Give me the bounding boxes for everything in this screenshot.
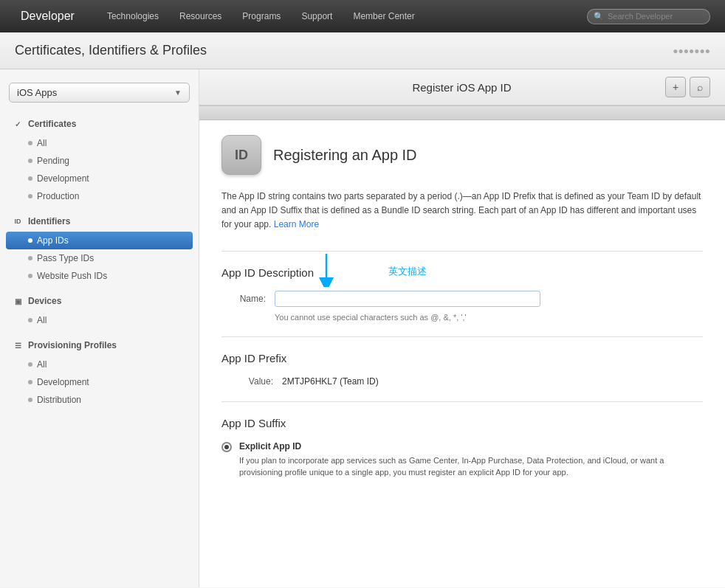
search-input[interactable] xyxy=(608,12,704,21)
item-label: Development xyxy=(37,377,89,387)
learn-more-link[interactable]: Learn More xyxy=(274,219,319,229)
sidebar-item-pass-type-ids[interactable]: Pass Type IDs xyxy=(0,249,199,267)
bullet-icon xyxy=(28,256,32,260)
bullet-icon xyxy=(28,318,32,322)
prefix-value: 2MTJP6HKL7 (Team ID) xyxy=(282,376,379,387)
divider-3 xyxy=(221,401,703,402)
explicit-radio-content: Explicit App ID If you plan to incorpora… xyxy=(239,441,703,479)
item-label: Production xyxy=(37,191,79,201)
site-name: Developer xyxy=(21,10,75,23)
sidebar-item-provisioning-all[interactable]: All xyxy=(0,356,199,373)
explicit-app-id-option: Explicit App ID If you plan to incorpora… xyxy=(221,441,703,479)
page-title: Certificates, Identifiers & Profiles xyxy=(15,43,207,58)
section-header-identifiers: ID Identifiers xyxy=(0,211,199,232)
item-label: Website Push IDs xyxy=(37,271,107,281)
explicit-radio-label: Explicit App ID xyxy=(239,441,703,452)
sidebar-item-provisioning-distribution[interactable]: Distribution xyxy=(0,391,199,409)
bullet-icon xyxy=(28,238,32,243)
item-label: All xyxy=(37,138,47,148)
add-button[interactable]: + xyxy=(665,77,686,97)
bullet-icon xyxy=(28,274,32,278)
name-input-container: 英文描述 xyxy=(275,291,540,307)
section-header-certificates: ✓ Certificates xyxy=(0,114,199,134)
nav-resources[interactable]: Resources xyxy=(169,0,232,32)
sidebar-section-provisioning: ☰ Provisioning Profiles All Development … xyxy=(0,335,199,409)
sidebar-item-provisioning-development[interactable]: Development xyxy=(0,373,199,391)
bullet-icon xyxy=(28,141,32,145)
content-area: Register iOS App ID + ⌕ ID Registering a… xyxy=(199,69,725,587)
user-badge: ●●●●●●● xyxy=(673,46,710,56)
content-header: Register iOS App ID + ⌕ xyxy=(199,69,725,106)
dropdown-label: iOS Apps xyxy=(17,87,57,98)
sidebar-item-devices-all[interactable]: All xyxy=(0,311,199,329)
name-label: Name: xyxy=(221,291,266,304)
main-content: ID Registering an App ID The App ID stri… xyxy=(199,120,725,587)
chevron-down-icon: ▼ xyxy=(174,89,182,97)
bullet-icon xyxy=(28,176,32,181)
nav-technologies[interactable]: Technologies xyxy=(97,0,169,32)
item-label: All xyxy=(37,359,47,370)
sidebar-section-certificates: ✓ Certificates All Pending Development P… xyxy=(0,114,199,205)
item-label: Pending xyxy=(37,156,69,166)
nav-programs[interactable]: Programs xyxy=(232,0,291,32)
annotation-arrow-icon xyxy=(319,250,363,287)
sidebar-item-certificates-development[interactable]: Development xyxy=(0,170,199,187)
sidebar-section-identifiers: ID Identifiers App IDs Pass Type IDs Web… xyxy=(0,211,199,285)
nav-links: Technologies Resources Programs Support … xyxy=(97,0,587,32)
section-header-devices: ▣ Devices xyxy=(0,291,199,311)
registering-header: ID Registering an App ID xyxy=(221,135,703,175)
nav-support[interactable]: Support xyxy=(291,0,343,32)
bullet-icon xyxy=(28,380,32,384)
header-actions: + ⌕ xyxy=(665,77,710,97)
registering-title: Registering an App ID xyxy=(273,147,417,164)
top-navigation: Developer Technologies Resources Program… xyxy=(0,0,725,32)
app-id-prefix-section: App ID Prefix Value: 2MTJP6HKL7 (Team ID… xyxy=(221,352,703,387)
main-container: iOS Apps ▼ ✓ Certificates All Pending De… xyxy=(0,69,725,587)
description-text: The App ID string contains two parts sep… xyxy=(221,190,703,232)
name-form-row: Name: 英文描述 xyxy=(221,291,703,307)
sidebar-item-app-ids[interactable]: App IDs xyxy=(6,232,193,249)
explicit-radio-row: Explicit App ID If you plan to incorpora… xyxy=(221,441,703,479)
item-label: Development xyxy=(37,173,89,184)
item-label: App IDs xyxy=(37,235,69,246)
certificates-icon: ✓ xyxy=(12,118,24,130)
explicit-radio-desc: If you plan to incorporate app services … xyxy=(239,454,703,479)
nav-member-center[interactable]: Member Center xyxy=(343,0,425,32)
section-title-prefix: App ID Prefix xyxy=(221,352,703,364)
sidebar: iOS Apps ▼ ✓ Certificates All Pending De… xyxy=(0,69,199,587)
section-title-suffix: App ID Suffix xyxy=(221,417,703,429)
section-label-certificates: Certificates xyxy=(28,119,76,129)
divider-1 xyxy=(221,251,703,252)
value-label: Value: xyxy=(236,376,273,387)
sidebar-item-certificates-all[interactable]: All xyxy=(0,134,199,152)
provisioning-icon: ☰ xyxy=(12,339,24,351)
site-logo[interactable]: Developer xyxy=(15,10,75,23)
divider-2 xyxy=(221,336,703,337)
item-label: Distribution xyxy=(37,395,81,405)
bullet-icon xyxy=(28,398,32,402)
bullet-icon xyxy=(28,194,32,198)
section-header-provisioning: ☰ Provisioning Profiles xyxy=(0,335,199,356)
page-header: Certificates, Identifiers & Profiles ●●●… xyxy=(0,32,725,69)
bullet-icon xyxy=(28,362,32,367)
explicit-radio-button[interactable] xyxy=(221,442,232,452)
search-box[interactable]: 🔍 xyxy=(587,9,710,24)
app-id-suffix-section: App ID Suffix Explicit App ID If you pla… xyxy=(221,417,703,479)
item-label: Pass Type IDs xyxy=(37,253,94,263)
sidebar-item-certificates-pending[interactable]: Pending xyxy=(0,152,199,170)
section-label-provisioning: Provisioning Profiles xyxy=(28,340,117,350)
gray-separator xyxy=(199,106,725,120)
section-title-description: App ID Description xyxy=(221,266,703,279)
name-hint: You cannot use special characters such a… xyxy=(275,313,703,322)
search-icon: 🔍 xyxy=(594,12,604,21)
app-id-description-section: App ID Description Name: 英文描述 xyxy=(221,266,703,322)
annotation-text: 英文描述 xyxy=(388,265,427,278)
platform-dropdown[interactable]: iOS Apps ▼ xyxy=(9,83,190,103)
search-button[interactable]: ⌕ xyxy=(690,77,710,97)
sidebar-section-devices: ▣ Devices All xyxy=(0,291,199,329)
item-label: All xyxy=(37,315,47,325)
prefix-value-row: Value: 2MTJP6HKL7 (Team ID) xyxy=(221,376,703,387)
sidebar-item-certificates-production[interactable]: Production xyxy=(0,187,199,205)
name-input[interactable] xyxy=(275,291,540,307)
sidebar-item-website-push-ids[interactable]: Website Push IDs xyxy=(0,267,199,285)
